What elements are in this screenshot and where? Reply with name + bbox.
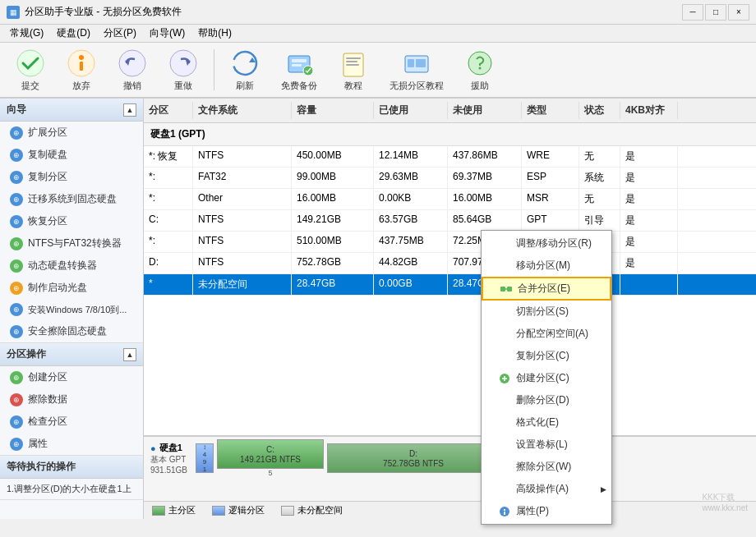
sidebar-item-label: 检查分区 — [28, 415, 67, 429]
sidebar-item-copy-disk[interactable]: ⊕ 复制硬盘 — [0, 144, 143, 166]
table-row[interactable]: C: NTFS 149.21GB 63.57GB 85.64GB GPT 引导 … — [144, 210, 756, 232]
disk-size: 931.51GB — [150, 466, 187, 475]
content-area: 分区 文件系统 容量 已使用 未使用 类型 状态 4KB对齐 硬盘1 (GPT)… — [144, 99, 756, 519]
minimize-button[interactable]: ─ — [682, 4, 703, 21]
sidebar-item-copy-partition[interactable]: ⊕ 复制分区 — [0, 166, 143, 188]
legend: 主分区 逻辑分区 未分配空间 — [144, 501, 756, 519]
redo-button[interactable]: 重做 — [159, 44, 207, 96]
table-row[interactable]: *: FAT32 99.00MB 29.63MB 69.37MB ESP 系统 … — [144, 168, 756, 189]
cell-type: ESP — [522, 168, 579, 188]
app-icon: ▦ — [7, 6, 20, 19]
cell-fs: 未分配空间 — [193, 274, 292, 295]
menu-partition[interactable]: 分区(P) — [97, 25, 143, 42]
sidebar-item-expand-partition[interactable]: ⊕ 扩展分区 — [0, 122, 143, 144]
redo-label: 重做 — [174, 80, 192, 92]
guide-collapse-button[interactable]: ▲ — [123, 103, 136, 117]
sidebar-item-label: 属性 — [28, 437, 48, 451]
sidebar-item-erase-ssd[interactable]: ⊕ 安全擦除固态硬盘 — [0, 320, 143, 342]
ctx-set-label[interactable]: 设置卷标(L) — [482, 434, 611, 456]
sidebar-item-check[interactable]: ⊕ 检查分区 — [0, 411, 143, 433]
ctx-label: 设置卷标(L) — [516, 438, 568, 452]
cell-free: 69.37MB — [448, 168, 522, 188]
table-row[interactable]: *: 恢复 NTFS 450.00MB 12.14MB 437.86MB WRE… — [144, 146, 756, 168]
ctx-wipe-partition[interactable]: 擦除分区(W) — [482, 456, 611, 478]
backup-icon — [284, 48, 314, 78]
cell-used: 0.00KB — [374, 189, 448, 209]
sidebar-item-migrate-ssd[interactable]: ⊕ 迁移系统到固态硬盘 — [0, 188, 143, 210]
sidebar-item-dynamic-disk[interactable]: ⊕ 动态硬盘转换器 — [0, 255, 143, 277]
sidebar-item-label: 擦除数据 — [28, 392, 67, 406]
refresh-button[interactable]: 刷新 — [221, 44, 269, 96]
cell-used: 12.14MB — [374, 146, 448, 167]
close-button[interactable]: × — [728, 4, 749, 21]
watermark-line2: www.kkx.net — [702, 503, 748, 512]
ctx-merge-partition[interactable]: 合并分区(E) — [482, 277, 611, 301]
ctx-create-partition[interactable]: 创建分区(C) — [482, 367, 611, 389]
disk-segment-c-wrapper: C: 149.21GB NTFS 5 — [217, 439, 324, 477]
ops-collapse-button[interactable]: ▲ — [123, 348, 136, 361]
resize-move-icon — [498, 237, 511, 250]
cell-used: 437.75MB — [374, 232, 448, 252]
sidebar-item-ntfs-fat32[interactable]: ⊕ NTFS与FAT32转换器 — [0, 232, 143, 255]
backup-button[interactable]: 免费备份 — [272, 44, 326, 96]
sidebar-item-install-windows[interactable]: ⊕ 安装Windows 7/8/10到... — [0, 299, 143, 320]
ctx-copy-partition[interactable]: 复制分区(C) — [482, 345, 611, 367]
table-row[interactable]: *: Other 16.00MB 0.00KB 16.00MB MSR 无 是 — [144, 189, 756, 210]
primary-label: 主分区 — [168, 504, 196, 516]
guide-title: 向导 — [7, 103, 26, 117]
ctx-delete-partition[interactable]: 删除分区(D) — [482, 389, 611, 411]
disk-segment-recovery[interactable]: ↕491 — [196, 443, 214, 473]
logical-label: 逻辑分区 — [228, 504, 265, 516]
d-size: 752.78GB NTFS — [383, 459, 444, 468]
erase-ssd-icon: ⊕ — [10, 325, 23, 338]
undo-button[interactable]: 撤销 — [108, 44, 156, 96]
ctx-properties[interactable]: 属性(P) — [482, 500, 611, 522]
sidebar-item-label: 动态硬盘转换器 — [28, 259, 97, 273]
support-button[interactable]: 援助 — [456, 44, 504, 96]
undo-label: 撤销 — [123, 80, 141, 92]
move-partition-icon — [498, 259, 511, 273]
sidebar-item-create[interactable]: ⊕ 创建分区 — [0, 366, 143, 388]
table-row[interactable]: *: NTFS 510.00MB 437.75MB 72.25MB WRE 无 … — [144, 232, 756, 253]
svg-rect-27 — [504, 509, 505, 511]
sidebar-item-recover[interactable]: ⊕ 恢复分区 — [0, 210, 143, 232]
svg-point-0 — [17, 50, 44, 76]
abandon-button[interactable]: 放弃 — [58, 44, 105, 96]
disk-label: 硬盘1 — [159, 442, 182, 454]
wipe-icon — [498, 461, 511, 474]
disk-view: ● 硬盘1 基本 GPT 931.51GB ↕491 C: 149.21GB N — [144, 435, 756, 501]
ctx-allocate-space[interactable]: 分配空闲空间(A) — [482, 323, 611, 345]
table-row-selected[interactable]: * 未分配空间 28.47GB 0.00GB 28.47GB GPT 无 — [144, 274, 756, 296]
sidebar-item-erase[interactable]: ⊕ 擦除数据 — [0, 388, 143, 411]
maximize-button[interactable]: □ — [705, 4, 726, 21]
pending-section: 等待执行的操作 1.调整分区(D)的大小在硬盘1上 — [0, 456, 143, 500]
svg-rect-16 — [346, 61, 357, 62]
disk-segment-c[interactable]: C: 149.21GB NTFS — [217, 439, 324, 469]
partition-tutorial-button[interactable]: 无损分区教程 — [380, 44, 453, 96]
menu-wizard[interactable]: 向导(W) — [143, 25, 191, 42]
ctx-move-partition[interactable]: 移动分区(M) — [482, 255, 611, 277]
submit-button[interactable]: 提交 — [7, 44, 54, 96]
ctx-format[interactable]: 格式化(E) — [482, 411, 611, 434]
sidebar-item-boot-disk[interactable]: ⊕ 制作启动光盘 — [0, 277, 143, 299]
cell-status: 系统 — [579, 168, 620, 188]
legend-primary: 主分区 — [152, 504, 196, 516]
ctx-split-partition[interactable]: 切割分区(S) — [482, 301, 611, 323]
table-row[interactable]: D: NTFS 752.78GB 44.82GB 707.97GB GPT 无 … — [144, 253, 756, 274]
menu-disk[interactable]: 硬盘(D) — [50, 25, 97, 42]
ntfs-fat32-icon: ⊕ — [10, 237, 23, 250]
svg-rect-17 — [346, 64, 359, 66]
expand-partition-icon: ⊕ — [10, 126, 23, 140]
menu-general[interactable]: 常规(G) — [3, 25, 50, 42]
col-used: 已使用 — [374, 102, 448, 119]
ops-title: 分区操作 — [7, 347, 46, 361]
ctx-advanced[interactable]: 高级操作(A) ▶ — [482, 478, 611, 500]
cell-partition: C: — [144, 210, 193, 231]
disk-segment-d[interactable]: D: 752.78GB NTFS — [327, 443, 500, 473]
ctx-resize-move[interactable]: 调整/移动分区(R) — [482, 232, 611, 255]
tutorial-button[interactable]: 教程 — [330, 44, 377, 96]
cell-used: 0.00GB — [374, 274, 448, 295]
cell-align: 是 — [620, 146, 678, 167]
sidebar-item-properties[interactable]: ⊕ 属性 — [0, 433, 143, 455]
menu-help[interactable]: 帮助(H) — [191, 25, 238, 42]
